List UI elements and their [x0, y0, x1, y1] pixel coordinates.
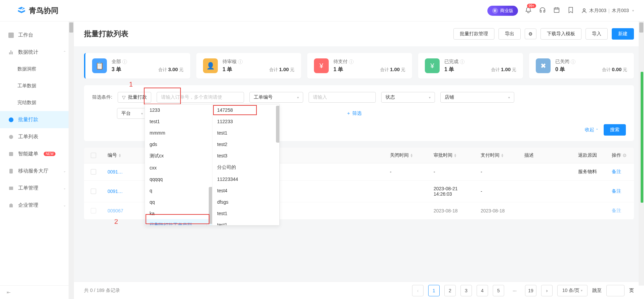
platform-select[interactable]: 平台▾	[117, 108, 147, 119]
col-approve[interactable]: 审批时间▲▼	[429, 152, 476, 158]
col-close[interactable]: 关闭时间▲▼	[385, 152, 429, 158]
logo-icon	[17, 6, 26, 15]
dropdown-scrollbar-2[interactable]	[276, 105, 279, 225]
new-badge: NEW	[44, 152, 55, 156]
create-button[interactable]: 新建	[612, 28, 634, 40]
chevron-down-icon: ⌄	[63, 169, 66, 173]
stat-done-icon: ¥	[425, 58, 440, 73]
sidebar-item-mobile-hall[interactable]: 移动服务大厅⌄	[0, 162, 74, 180]
business-edition-badge[interactable]: ♛ 商业版	[487, 6, 518, 16]
import-button[interactable]: 导入	[586, 28, 608, 40]
dd2-opt-4[interactable]: test3	[212, 150, 279, 161]
page-next[interactable]: ›	[541, 285, 553, 296]
sidebar-item-workbench[interactable]: 工作台	[0, 27, 74, 44]
dd1-opt-3[interactable]: gds	[145, 139, 212, 150]
dd2-opt-6[interactable]: 11223344	[212, 173, 279, 185]
shop-select[interactable]: 店铺▾	[440, 92, 514, 103]
calendar-icon[interactable]	[553, 6, 560, 15]
dd2-opt-9[interactable]: test1	[212, 208, 279, 219]
page-size-select[interactable]: 10 条/页 ▾	[557, 285, 588, 296]
dd1-opt-5[interactable]: cxx	[145, 162, 212, 173]
page-prev[interactable]: ‹	[412, 285, 424, 296]
manage-button[interactable]: 批量打款管理	[453, 28, 494, 40]
add-filter-button[interactable]: ＋筛选	[346, 110, 362, 116]
filter-type-select[interactable]: ▽批量打款	[118, 92, 151, 103]
dd2-opt-2[interactable]: test1	[212, 127, 279, 139]
stat-card-all[interactable]: 📋 全部i 3 单合计 3.00 元	[84, 53, 190, 79]
row-remark-link[interactable]: 备注	[607, 188, 634, 194]
sidebar-item-enterprise[interactable]: 企业管理⌄	[0, 197, 74, 214]
sidebar-item-stats[interactable]: 数据统计⌃	[0, 44, 74, 61]
dd1-opt-8[interactable]: qq	[145, 196, 212, 208]
row-remark-link[interactable]: 备注	[607, 169, 634, 175]
notification-icon[interactable]: 99+	[525, 6, 532, 15]
svg-rect-7	[9, 187, 13, 190]
row-checkbox[interactable]	[91, 208, 96, 213]
page-2[interactable]: 2	[444, 285, 456, 296]
svg-rect-0	[554, 8, 559, 13]
bookmark-icon[interactable]	[567, 6, 574, 15]
page-1[interactable]: 1	[428, 285, 440, 296]
stat-pay-icon: ¥	[314, 58, 329, 73]
row-id-link[interactable]: 0091…	[103, 169, 133, 175]
row-id-link[interactable]: 009067	[103, 208, 133, 213]
stat-card-pending-review[interactable]: 👤 待审核i1 单合计 1.00 元	[196, 53, 301, 79]
row-id-link[interactable]: 0091…	[103, 189, 133, 194]
ticket-number-label[interactable]: 工单编号▾	[249, 92, 303, 103]
main-scrollbar[interactable]	[639, 21, 644, 286]
sidebar-item-ticket-manage[interactable]: 工单管理⌄	[0, 180, 74, 197]
stat-card-closed[interactable]: ✖ 已关闭i0 单合计 0.00 元	[529, 53, 634, 79]
dd1-opt-7[interactable]: q	[145, 185, 212, 196]
headset-icon[interactable]	[539, 6, 546, 15]
collapse-button[interactable]: 收起⌃	[585, 127, 598, 133]
col-id[interactable]: 编号▲▼	[103, 152, 133, 158]
sidebar-item-insight[interactable]: 数据洞察	[0, 61, 74, 78]
row-checkbox[interactable]	[91, 169, 96, 175]
order-input[interactable]: 请输入订单号，多个查询请使	[157, 92, 244, 103]
col-pay[interactable]: 支付时间▲▼	[476, 152, 520, 158]
page-last[interactable]: 19	[525, 285, 536, 296]
sidebar-collapse-icon[interactable]: ⇤	[0, 285, 74, 299]
dd2-opt-5[interactable]: 分公司的	[212, 161, 279, 173]
dd1-opt-1[interactable]: test1	[145, 116, 212, 127]
dd1-opt-2[interactable]: mmmm	[145, 127, 212, 139]
dd2-opt-7[interactable]: test4	[212, 185, 279, 196]
sidebar-item-ticket-data[interactable]: 工单数据	[0, 78, 74, 94]
dd1-opt-9[interactable]: ka	[145, 208, 212, 219]
dd2-opt-10[interactable]: test1	[212, 219, 279, 225]
row-checkbox[interactable]	[91, 189, 96, 194]
gear-icon[interactable]: ⚙	[622, 153, 627, 158]
select-all-checkbox[interactable]	[91, 153, 96, 158]
row-remark-link[interactable]: 备注	[607, 208, 634, 214]
jump-input[interactable]	[606, 285, 625, 296]
dd1-opt-0[interactable]: 1233	[145, 104, 212, 116]
dd2-opt-3[interactable]: test2	[212, 139, 279, 150]
sidebar-scrollbar[interactable]	[69, 21, 74, 299]
sidebar-item-finish-data[interactable]: 完结数据	[0, 94, 74, 111]
sidebar-item-batch-pay[interactable]: 批量打款	[0, 111, 74, 128]
dd2-opt-8[interactable]: dfsgs	[212, 196, 279, 208]
page-5[interactable]: 5	[493, 285, 504, 296]
download-template-button[interactable]: 下载导入模板	[540, 28, 581, 40]
search-button[interactable]: 搜索	[604, 124, 626, 136]
dropdown-scrollbar[interactable]	[209, 105, 211, 225]
settings-button[interactable]: ⚙	[525, 29, 536, 39]
app-header: 青鸟协同 ♛ 商业版 99+ 木月003 | 木月003 ▾	[0, 0, 644, 21]
dd1-opt-10[interactable]: 已删除打款工单类型›	[145, 219, 212, 225]
export-button[interactable]: 导出	[498, 28, 521, 40]
dd1-opt-4[interactable]: 测试cx	[145, 150, 212, 162]
dd2-opt-1[interactable]: 112233	[212, 116, 279, 127]
status-select[interactable]: 状态▾	[381, 92, 435, 103]
page-ellipsis[interactable]: ···	[509, 285, 520, 296]
filter-label: 筛选条件:	[92, 94, 112, 100]
dd2-opt-0[interactable]: 147258	[212, 104, 279, 116]
page-4[interactable]: 4	[477, 285, 488, 296]
sidebar-item-smart-ticket[interactable]: 智能建单NEW	[0, 145, 74, 162]
stat-card-done[interactable]: ¥ 已完成i1 单合计 1.00 元	[418, 53, 523, 79]
dd1-opt-6[interactable]: qqqqq	[145, 173, 212, 185]
stat-card-pending-pay[interactable]: ¥ 待支付i1 单合计 1.00 元	[307, 53, 412, 79]
page-3[interactable]: 3	[460, 285, 472, 296]
user-menu[interactable]: 木月003 | 木月003 ▾	[581, 8, 634, 14]
sidebar-item-ticket-list[interactable]: 工单列表	[0, 128, 74, 145]
ticket-number-input[interactable]: 请输入	[309, 92, 376, 103]
